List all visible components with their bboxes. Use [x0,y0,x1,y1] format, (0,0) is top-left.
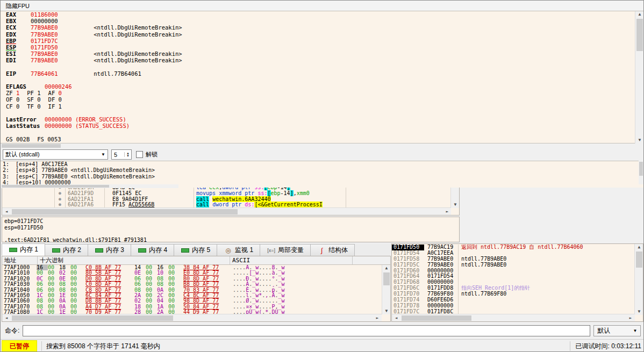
register-line[interactable]: OF 0SF 0DF 0 [1,96,643,103]
tab-label: 内存 2 [63,246,81,255]
register-line[interactable]: EDI77B9ABE0 <ntdll.DbgUiRemoteBreakin> [1,57,643,63]
register-line[interactable]: EIP77B64061 ntdll.77B64061 [1,70,643,77]
scroll-thumb[interactable] [639,162,643,176]
scroll-right-icon: ► [626,315,635,321]
register-value: 0171FD50 [31,44,80,51]
breakpoint-dot-icon[interactable]: ● [55,202,66,207]
tab-内存 1[interactable]: 内存 1 [2,243,45,256]
register-line[interactable]: LastStatus00000000 (STATUS_SUCCESS) [1,123,643,129]
register-line[interactable]: GS 002BFS 0053 [1,136,643,142]
disasm-hscrollbar[interactable]: ◄ ► [2,207,451,215]
scroll-thumb[interactable] [12,315,173,321]
register-line[interactable]: ESI77B9ABE0 <ntdll.DbgUiRemoteBreakin> [1,51,643,57]
flag-CF: CF 0 [6,103,19,110]
register-line[interactable] [1,64,643,70]
tab-label: 内存 4 [149,246,167,255]
calling-convention-select[interactable]: 默认 (stdcall) ▼ [3,149,108,160]
scroll-thumb[interactable] [636,252,642,268]
dump-byte: 00 [48,282,59,287]
registers-hscrollbar[interactable] [1,143,643,148]
command-input[interactable] [23,325,590,336]
tab-内存 2[interactable]: 内存 2 [45,244,88,256]
instr-token: ss: [257,190,267,196]
tab-内存 5[interactable]: 内存 5 [174,244,217,256]
stack-vscrollbar[interactable]: ▲ ▼ [634,244,643,315]
unlock-checkbox[interactable] [136,151,143,158]
instruction-comment [346,191,450,197]
argument-line[interactable]: 3: [esp+C] 77B9ABE0 <ntdll.DbgUiRemoteBr… [1,174,643,179]
argument-line[interactable]: 2: [esp+8] 77B9ABE0 <ntdll.DbgUiRemoteBr… [1,167,643,173]
register-line[interactable] [1,129,643,135]
struct-icon: ∫ [317,246,326,254]
stack-row[interactable]: 0171FD7C0171FD8C [392,309,634,314]
instr-token: xmm0 [297,190,310,196]
flag-OF: OF 0 [6,96,19,103]
breakpoint-dot-icon[interactable]: ● [55,197,66,203]
register-value: 77B9ABE0 [31,51,80,57]
scroll-left-icon: ◄ [392,315,400,321]
scroll-thumb[interactable] [402,315,471,321]
flag-value: 0 [59,96,62,103]
register-line[interactable]: EBX00000000 [1,18,643,24]
arg-depth-stepper[interactable]: 5 ▲▼ [111,149,132,160]
register-value: 01186000 [31,11,80,18]
register-line[interactable]: ZF 1PF 1AF 0 [1,90,643,96]
scroll-right-icon: ► [443,209,451,215]
flag-value: 0053 [47,136,61,142]
register-line[interactable]: EFLAGS00000246 [1,83,643,90]
register-line[interactable]: LastError00000000 (ERROR_SUCCESS) [1,116,643,123]
register-line[interactable]: EBP0171FD7C [1,38,643,44]
tab-label: 内存 1 [20,245,38,254]
register-line[interactable]: ESP0171FD50 [1,44,643,51]
scroll-thumb[interactable] [636,19,643,51]
tab-局部变量[interactable]: [x=]局部变量 [260,244,311,256]
stepper-arrows[interactable]: ▲▼ [124,152,131,157]
flag-value: 1 [59,103,62,110]
memory-tab-icon [138,248,146,253]
flag-value: 1 [37,90,40,96]
stack-comment [459,297,634,303]
stack-hscrollbar[interactable]: ◄ ► [392,314,635,321]
register-line[interactable]: ECX77B9ABE0 <ntdll.DbgUiRemoteBreakin> [1,24,643,31]
stepper-down-icon[interactable]: ▼ [125,155,131,157]
flag-name: CF [6,103,16,110]
register-line[interactable] [1,110,643,116]
dump-vscrollbar[interactable]: ▲ ▼ [382,265,390,314]
arguments-hscrollbar[interactable] [1,184,178,188]
scroll-thumb[interactable] [383,272,390,285]
register-value: 77B9ABE0 [31,57,80,63]
registers-vscrollbar[interactable]: ▲ ▼ [635,11,643,143]
breakpoint-dot-icon[interactable]: ● [55,191,66,197]
tab-结构体[interactable]: ∫结构体 [310,244,355,256]
command-dropdown[interactable]: 默认 ▼ [593,325,641,336]
hide-fpu-button[interactable]: 隐藏FPU [1,1,643,11]
register-line[interactable]: CF 0TF 0IF 1 [1,103,643,110]
memory-tab-icon [52,246,61,254]
flag-value: 002B [16,136,30,142]
flag-name: TF [27,103,37,110]
register-line[interactable]: EDX77B9ABE0 <ntdll.DbgUiRemoteBreakin> [1,31,643,38]
register-name: ESP [6,44,31,51]
instr-token: [<&GetCurrentProcessI [254,202,322,207]
stack-row[interactable]: 0171FD5C77B9ABE0ntdll.77B9ABE0 [392,262,634,268]
dump-hscrollbar[interactable]: ◄ ► [2,314,382,321]
scroll-right-icon: ► [373,315,382,321]
tab-内存 4[interactable]: 内存 4 [131,244,174,256]
register-line[interactable] [1,77,643,83]
arguments-vscrollbar[interactable] [639,161,643,184]
tab-label: 局部变量 [278,246,304,255]
register-line[interactable]: EAX01186000 [1,11,643,18]
dump-byte: 00 [168,282,180,287]
scroll-thumb[interactable] [12,209,238,214]
tab-内存 3[interactable]: 内存 3 [88,244,131,256]
register-name: EAX [6,11,31,18]
scroll-thumb[interactable] [2,144,61,148]
disasm-row[interactable]: ●6AD21FA6FF15 ACD5566Bcall dword ptr ds:… [2,202,450,207]
dump-row[interactable]: 77AF103006000800C0 8D AF 7706000800B8 8D… [2,282,381,287]
argument-line[interactable]: 1: [esp+4] A0C17EEA [1,161,643,167]
flag-GS: GS 002B [6,136,30,142]
disasm-row[interactable]: ●6AD21F9D0F1145 ECmovups xmmword ptr ss:… [2,191,450,197]
scroll-thumb[interactable] [2,185,109,188]
tab-监视 1[interactable]: ◎监视 1 [217,244,260,256]
instruction-comment [346,197,450,203]
